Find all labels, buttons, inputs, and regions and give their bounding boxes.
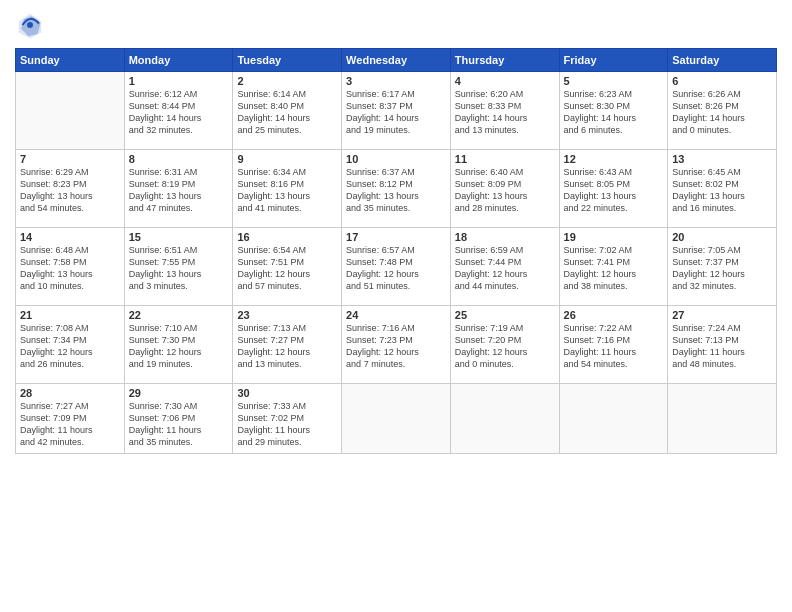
day-info: Sunrise: 6:12 AM Sunset: 8:44 PM Dayligh… [129, 88, 229, 137]
calendar-cell: 4Sunrise: 6:20 AM Sunset: 8:33 PM Daylig… [450, 72, 559, 150]
day-info: Sunrise: 7:19 AM Sunset: 7:20 PM Dayligh… [455, 322, 555, 371]
day-info: Sunrise: 7:13 AM Sunset: 7:27 PM Dayligh… [237, 322, 337, 371]
day-number: 20 [672, 231, 772, 243]
logo [15, 10, 49, 40]
day-info: Sunrise: 6:29 AM Sunset: 8:23 PM Dayligh… [20, 166, 120, 215]
calendar-cell: 23Sunrise: 7:13 AM Sunset: 7:27 PM Dayli… [233, 306, 342, 384]
weekday-header: Sunday [16, 49, 125, 72]
calendar-cell: 28Sunrise: 7:27 AM Sunset: 7:09 PM Dayli… [16, 384, 125, 454]
weekday-header: Friday [559, 49, 668, 72]
day-info: Sunrise: 7:33 AM Sunset: 7:02 PM Dayligh… [237, 400, 337, 449]
calendar-table: SundayMondayTuesdayWednesdayThursdayFrid… [15, 48, 777, 454]
day-number: 12 [564, 153, 664, 165]
calendar-header-row: SundayMondayTuesdayWednesdayThursdayFrid… [16, 49, 777, 72]
day-number: 2 [237, 75, 337, 87]
day-info: Sunrise: 7:24 AM Sunset: 7:13 PM Dayligh… [672, 322, 772, 371]
calendar-cell [450, 384, 559, 454]
day-number: 29 [129, 387, 229, 399]
day-number: 24 [346, 309, 446, 321]
day-info: Sunrise: 6:40 AM Sunset: 8:09 PM Dayligh… [455, 166, 555, 215]
day-info: Sunrise: 6:51 AM Sunset: 7:55 PM Dayligh… [129, 244, 229, 293]
calendar-cell: 17Sunrise: 6:57 AM Sunset: 7:48 PM Dayli… [342, 228, 451, 306]
day-number: 13 [672, 153, 772, 165]
day-info: Sunrise: 7:27 AM Sunset: 7:09 PM Dayligh… [20, 400, 120, 449]
day-info: Sunrise: 6:17 AM Sunset: 8:37 PM Dayligh… [346, 88, 446, 137]
day-number: 10 [346, 153, 446, 165]
day-info: Sunrise: 6:20 AM Sunset: 8:33 PM Dayligh… [455, 88, 555, 137]
day-number: 1 [129, 75, 229, 87]
day-info: Sunrise: 6:31 AM Sunset: 8:19 PM Dayligh… [129, 166, 229, 215]
day-number: 19 [564, 231, 664, 243]
day-number: 27 [672, 309, 772, 321]
day-info: Sunrise: 7:02 AM Sunset: 7:41 PM Dayligh… [564, 244, 664, 293]
calendar-cell: 22Sunrise: 7:10 AM Sunset: 7:30 PM Dayli… [124, 306, 233, 384]
day-info: Sunrise: 6:34 AM Sunset: 8:16 PM Dayligh… [237, 166, 337, 215]
weekday-header: Saturday [668, 49, 777, 72]
day-number: 7 [20, 153, 120, 165]
calendar-cell: 5Sunrise: 6:23 AM Sunset: 8:30 PM Daylig… [559, 72, 668, 150]
day-number: 18 [455, 231, 555, 243]
calendar-cell: 24Sunrise: 7:16 AM Sunset: 7:23 PM Dayli… [342, 306, 451, 384]
calendar-cell: 6Sunrise: 6:26 AM Sunset: 8:26 PM Daylig… [668, 72, 777, 150]
day-number: 17 [346, 231, 446, 243]
day-number: 3 [346, 75, 446, 87]
day-info: Sunrise: 7:05 AM Sunset: 7:37 PM Dayligh… [672, 244, 772, 293]
day-number: 11 [455, 153, 555, 165]
calendar-cell [559, 384, 668, 454]
day-number: 30 [237, 387, 337, 399]
calendar-cell: 30Sunrise: 7:33 AM Sunset: 7:02 PM Dayli… [233, 384, 342, 454]
calendar-cell: 20Sunrise: 7:05 AM Sunset: 7:37 PM Dayli… [668, 228, 777, 306]
day-number: 26 [564, 309, 664, 321]
calendar-week-row: 28Sunrise: 7:27 AM Sunset: 7:09 PM Dayli… [16, 384, 777, 454]
day-number: 25 [455, 309, 555, 321]
calendar-cell: 29Sunrise: 7:30 AM Sunset: 7:06 PM Dayli… [124, 384, 233, 454]
day-number: 21 [20, 309, 120, 321]
calendar-cell: 14Sunrise: 6:48 AM Sunset: 7:58 PM Dayli… [16, 228, 125, 306]
day-number: 6 [672, 75, 772, 87]
calendar-cell: 18Sunrise: 6:59 AM Sunset: 7:44 PM Dayli… [450, 228, 559, 306]
weekday-header: Wednesday [342, 49, 451, 72]
day-info: Sunrise: 7:10 AM Sunset: 7:30 PM Dayligh… [129, 322, 229, 371]
calendar-week-row: 1Sunrise: 6:12 AM Sunset: 8:44 PM Daylig… [16, 72, 777, 150]
day-number: 16 [237, 231, 337, 243]
day-number: 4 [455, 75, 555, 87]
day-number: 28 [20, 387, 120, 399]
day-number: 5 [564, 75, 664, 87]
day-info: Sunrise: 6:45 AM Sunset: 8:02 PM Dayligh… [672, 166, 772, 215]
day-number: 22 [129, 309, 229, 321]
day-info: Sunrise: 7:16 AM Sunset: 7:23 PM Dayligh… [346, 322, 446, 371]
day-info: Sunrise: 6:59 AM Sunset: 7:44 PM Dayligh… [455, 244, 555, 293]
calendar-cell: 9Sunrise: 6:34 AM Sunset: 8:16 PM Daylig… [233, 150, 342, 228]
calendar-cell: 16Sunrise: 6:54 AM Sunset: 7:51 PM Dayli… [233, 228, 342, 306]
weekday-header: Monday [124, 49, 233, 72]
weekday-header: Tuesday [233, 49, 342, 72]
calendar-cell [16, 72, 125, 150]
calendar-cell: 1Sunrise: 6:12 AM Sunset: 8:44 PM Daylig… [124, 72, 233, 150]
day-info: Sunrise: 6:14 AM Sunset: 8:40 PM Dayligh… [237, 88, 337, 137]
day-info: Sunrise: 6:48 AM Sunset: 7:58 PM Dayligh… [20, 244, 120, 293]
calendar-cell: 13Sunrise: 6:45 AM Sunset: 8:02 PM Dayli… [668, 150, 777, 228]
calendar-cell: 25Sunrise: 7:19 AM Sunset: 7:20 PM Dayli… [450, 306, 559, 384]
calendar-cell: 12Sunrise: 6:43 AM Sunset: 8:05 PM Dayli… [559, 150, 668, 228]
calendar-cell [668, 384, 777, 454]
day-info: Sunrise: 6:43 AM Sunset: 8:05 PM Dayligh… [564, 166, 664, 215]
day-number: 14 [20, 231, 120, 243]
calendar-week-row: 7Sunrise: 6:29 AM Sunset: 8:23 PM Daylig… [16, 150, 777, 228]
calendar-cell: 11Sunrise: 6:40 AM Sunset: 8:09 PM Dayli… [450, 150, 559, 228]
day-info: Sunrise: 6:26 AM Sunset: 8:26 PM Dayligh… [672, 88, 772, 137]
day-info: Sunrise: 6:23 AM Sunset: 8:30 PM Dayligh… [564, 88, 664, 137]
page: SundayMondayTuesdayWednesdayThursdayFrid… [0, 0, 792, 612]
calendar-cell: 8Sunrise: 6:31 AM Sunset: 8:19 PM Daylig… [124, 150, 233, 228]
svg-point-2 [27, 22, 33, 28]
day-info: Sunrise: 7:08 AM Sunset: 7:34 PM Dayligh… [20, 322, 120, 371]
day-number: 15 [129, 231, 229, 243]
calendar-cell: 27Sunrise: 7:24 AM Sunset: 7:13 PM Dayli… [668, 306, 777, 384]
day-number: 23 [237, 309, 337, 321]
day-info: Sunrise: 6:57 AM Sunset: 7:48 PM Dayligh… [346, 244, 446, 293]
day-info: Sunrise: 6:54 AM Sunset: 7:51 PM Dayligh… [237, 244, 337, 293]
calendar-cell: 26Sunrise: 7:22 AM Sunset: 7:16 PM Dayli… [559, 306, 668, 384]
calendar-cell: 21Sunrise: 7:08 AM Sunset: 7:34 PM Dayli… [16, 306, 125, 384]
weekday-header: Thursday [450, 49, 559, 72]
day-info: Sunrise: 7:30 AM Sunset: 7:06 PM Dayligh… [129, 400, 229, 449]
calendar-cell: 3Sunrise: 6:17 AM Sunset: 8:37 PM Daylig… [342, 72, 451, 150]
